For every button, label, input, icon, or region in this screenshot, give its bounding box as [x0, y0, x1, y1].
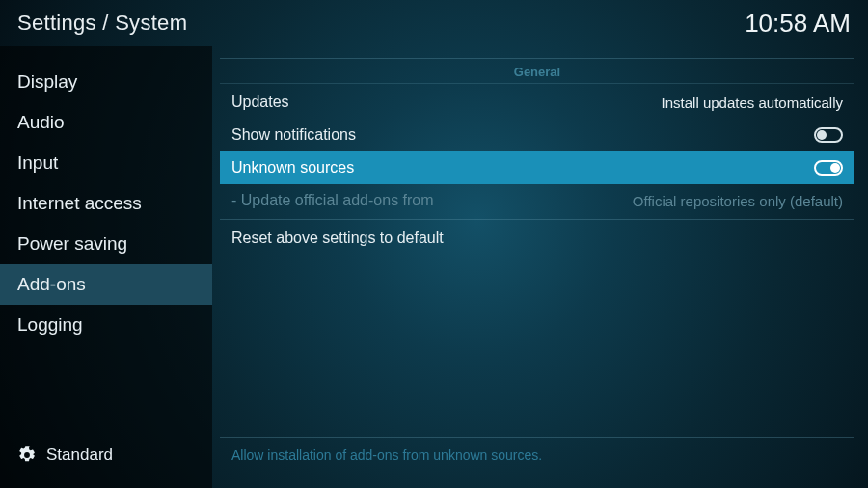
sidebar-item-internet-access[interactable]: Internet access [0, 183, 212, 224]
settings-level-button[interactable]: Standard [0, 432, 212, 488]
toggle-show-notifications[interactable] [814, 127, 843, 143]
section-header-general: General [220, 58, 854, 84]
breadcrumb: Settings / System [17, 11, 187, 36]
settings-level-label: Standard [46, 446, 113, 465]
sidebar-list: Display Audio Input Internet access Powe… [0, 46, 212, 432]
sidebar-item-input[interactable]: Input [0, 143, 212, 183]
separator [220, 219, 854, 220]
row-update-official-addons-value: Official repositories only (default) [633, 193, 843, 209]
row-update-official-addons: - Update official add-ons from Official … [220, 184, 854, 217]
sidebar-item-audio[interactable]: Audio [0, 102, 212, 143]
sidebar: Display Audio Input Internet access Powe… [0, 46, 212, 488]
clock: 10:58 AM [745, 9, 851, 39]
row-show-notifications-label: Show notifications [231, 126, 356, 144]
row-unknown-sources-label: Unknown sources [231, 159, 354, 176]
row-update-official-addons-label: - Update official add-ons from [231, 192, 434, 209]
sidebar-item-add-ons[interactable]: Add-ons [0, 264, 212, 305]
header-bar: Settings / System 10:58 AM [0, 0, 868, 46]
row-updates-label: Updates [231, 94, 289, 111]
row-unknown-sources[interactable]: Unknown sources [220, 151, 854, 184]
row-updates-value: Install updates automatically [662, 95, 843, 111]
sidebar-item-display[interactable]: Display [0, 62, 212, 102]
help-text: Allow installation of add-ons from unkno… [220, 437, 854, 476]
row-show-notifications[interactable]: Show notifications [220, 119, 854, 151]
toggle-unknown-sources[interactable] [814, 160, 843, 176]
sidebar-item-logging[interactable]: Logging [0, 305, 212, 345]
row-updates[interactable]: Updates Install updates automatically [220, 86, 854, 119]
sidebar-item-power-saving[interactable]: Power saving [0, 224, 212, 264]
gear-icon [17, 446, 37, 465]
row-reset-defaults[interactable]: Reset above settings to default [220, 222, 854, 255]
row-reset-defaults-label: Reset above settings to default [231, 230, 444, 247]
content-spacer [220, 255, 854, 437]
content-panel: General Updates Install updates automati… [212, 46, 868, 488]
